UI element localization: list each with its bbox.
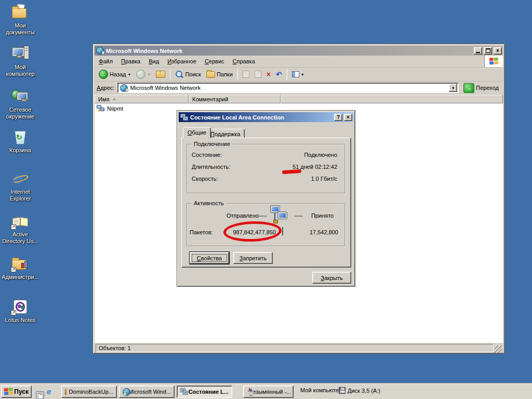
copy-to-icon	[255, 71, 261, 78]
desktop-icon-label: Корзина	[1, 147, 40, 154]
menu-tools[interactable]: Сервис	[201, 57, 229, 66]
desktop-icon-admin-tools[interactable]: ↗ Администри...	[1, 256, 40, 281]
connection-group-label: Подключение	[192, 141, 232, 147]
close-icon[interactable]: ×	[344, 114, 352, 121]
status-bar: Объектов: 1	[95, 342, 503, 353]
desktop-icon-internet-explorer[interactable]: e Internet Explorer	[1, 170, 40, 202]
help-button[interactable]: ?	[334, 114, 342, 121]
lotus-notes-icon: ↗	[11, 299, 30, 315]
tab-support[interactable]: Поддержка	[206, 129, 245, 138]
window-title: Microsoft Windows Network	[106, 48, 472, 54]
toolbar-separator	[237, 69, 238, 79]
forward-button[interactable]: → ▼	[134, 69, 153, 80]
recycle-bin-icon: ↻	[11, 129, 30, 145]
taskbar-item-floppy[interactable]: Диск 3,5 (A:)	[339, 387, 380, 394]
desktop-icon-lotus-notes[interactable]: ↗ Lotus Notes	[1, 299, 40, 324]
network-domain-icon	[97, 105, 105, 112]
desktop-icon-label: Мои документы	[1, 22, 40, 36]
tab-general[interactable]: Общие	[183, 127, 211, 138]
minimize-button[interactable]	[474, 47, 482, 55]
copy-to-button[interactable]	[252, 70, 263, 79]
chevron-down-icon: ▼	[301, 73, 304, 76]
undo-icon: ↶	[276, 71, 282, 78]
menu-favorites[interactable]: Избранное	[163, 57, 201, 66]
packets-label: Пакетов:	[190, 229, 213, 235]
sent-label: Отправлено	[227, 212, 259, 219]
delete-button[interactable]: ×	[264, 70, 273, 79]
lan-status-dialog: Состояние Local Area Connection ? × Общи…	[177, 110, 355, 287]
up-button[interactable]: ↑	[154, 70, 167, 79]
start-button[interactable]: Пуск	[1, 385, 32, 398]
internet-explorer-quicklaunch-icon[interactable]: e	[47, 388, 55, 396]
dialog-close-button[interactable]: Закрыть	[312, 272, 351, 284]
chevron-down-icon: ▼	[147, 73, 151, 76]
close-button[interactable]: ×	[494, 47, 502, 55]
lan-status-icon	[180, 388, 187, 395]
go-arrow-icon: →	[463, 83, 474, 93]
shortcut-arrow-icon: ↗	[11, 224, 16, 230]
dash-decoration	[259, 216, 267, 217]
desktop-icon-active-directory[interactable]: ↗ Active Directory Us...	[1, 213, 40, 245]
forward-icon: →	[136, 70, 145, 79]
menu-edit[interactable]: Правка	[117, 57, 144, 66]
column-header-blank	[281, 95, 503, 103]
taskbar: Пуск e DominoBackUp... Microsoft Wind...…	[0, 383, 532, 399]
undo-button[interactable]: ↶	[274, 70, 284, 79]
desktop-icon-label: Мой компьютер	[1, 64, 40, 77]
search-button[interactable]: Поиск	[173, 69, 203, 79]
taskbar-button-ms-network[interactable]: Microsoft Wind...	[119, 385, 175, 398]
go-button[interactable]: → Переход	[461, 82, 501, 94]
show-desktop-icon[interactable]	[36, 391, 44, 399]
address-dropdown-button[interactable]: ▼	[449, 84, 457, 92]
address-bar: Адрес: Microsoft Windows Network ▼ → Пер…	[95, 82, 503, 95]
resize-grip[interactable]	[495, 345, 502, 353]
address-combo[interactable]: Microsoft Windows Network ▼	[117, 83, 459, 93]
menu-help[interactable]: Справка	[229, 57, 259, 66]
taskbar-button-lan-status[interactable]: Состояние L...	[177, 385, 232, 398]
admin-tools-icon: ↗	[11, 256, 30, 272]
taskbar-button-paint[interactable]: Безымянный -...	[243, 385, 294, 398]
shortcut-arrow-icon: ↗	[11, 267, 16, 272]
column-header-comment[interactable]: Комментарий	[189, 95, 281, 103]
move-to-button[interactable]	[241, 70, 251, 79]
delete-icon: ×	[267, 71, 271, 78]
desktop-icon-my-documents[interactable]: Мои документы	[1, 4, 40, 36]
search-label: Поиск	[185, 71, 201, 77]
disable-button[interactable]: Запретить	[233, 252, 273, 264]
toolbar-separator	[170, 69, 170, 79]
properties-button[interactable]: Свойства	[190, 252, 229, 264]
folders-label: Папки	[217, 71, 233, 77]
dash-decoration	[295, 216, 303, 217]
duration-label: Длительность:	[192, 164, 230, 170]
up-folder-icon: ↑	[156, 71, 165, 78]
column-header-name[interactable]: Имя	[95, 95, 189, 103]
menu-view[interactable]: Вид	[144, 57, 163, 66]
speed-label: Скорость:	[192, 176, 218, 182]
active-directory-icon: ↗	[11, 213, 30, 230]
desktop-icon-my-computer[interactable]: Мой компьютер	[1, 46, 40, 77]
chevron-down-icon: ▼	[128, 73, 131, 76]
start-label: Пуск	[14, 388, 29, 395]
desktop-icon-network-places[interactable]: Сетевое окружение	[1, 88, 40, 120]
received-label: Принято	[311, 212, 334, 219]
explorer-titlebar[interactable]: Microsoft Windows Network ×	[95, 46, 503, 56]
views-button[interactable]: ▼	[290, 70, 307, 78]
maximize-button[interactable]	[484, 47, 492, 55]
packets-received-value: 17,542,800	[286, 229, 338, 235]
menu-file[interactable]: Файл	[95, 57, 117, 66]
desktop-icon-label: Lotus Notes	[1, 317, 40, 324]
address-value[interactable]: Microsoft Windows Network	[130, 85, 447, 91]
column-headers: Имя Комментарий	[95, 95, 503, 103]
value-separator	[282, 227, 283, 235]
dialog-titlebar[interactable]: Состояние Local Area Connection ? ×	[179, 112, 353, 122]
desktop-icon-label: Сетевое окружение	[1, 107, 40, 120]
folders-button[interactable]: Папки	[204, 70, 235, 79]
taskbar-item-my-computer[interactable]: Мой компьютер	[300, 387, 342, 393]
desktop-icon-label: Active Directory Us...	[1, 231, 40, 245]
back-button[interactable]: ← Назад ▼	[97, 69, 133, 80]
address-label: Адрес:	[97, 85, 115, 91]
taskbar-button-dominobackup[interactable]: DominoBackUp...	[61, 385, 117, 398]
desktop-icon-recycle-bin[interactable]: ↻ Корзина	[1, 129, 40, 154]
toolbar-separator	[287, 69, 287, 79]
network-globe-icon	[123, 388, 126, 396]
